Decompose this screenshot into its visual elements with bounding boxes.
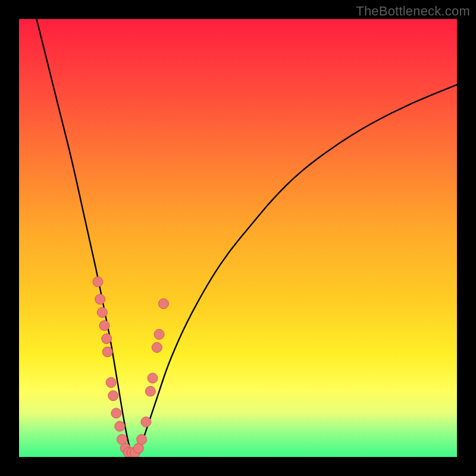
scatter-dot xyxy=(152,343,162,353)
scatter-dot xyxy=(145,386,155,396)
scatter-dot xyxy=(148,373,158,383)
scatter-dots xyxy=(93,277,168,457)
scatter-dot xyxy=(154,329,164,339)
bottleneck-curve xyxy=(36,19,457,457)
scatter-dot xyxy=(102,347,112,357)
watermark-text: TheBottleneck.com xyxy=(356,4,470,19)
scatter-dot xyxy=(95,295,105,305)
scatter-dot xyxy=(93,277,103,287)
chart-frame: TheBottleneck.com xyxy=(0,0,476,476)
scatter-dot xyxy=(111,408,121,418)
scatter-dot xyxy=(102,334,112,344)
scatter-dot xyxy=(141,417,151,427)
scatter-dot xyxy=(97,308,107,318)
scatter-dot xyxy=(137,434,147,444)
scatter-dot xyxy=(99,321,109,331)
scatter-dot xyxy=(158,299,168,309)
plot-area xyxy=(19,19,457,457)
scatter-dot xyxy=(106,377,116,387)
scatter-dot xyxy=(108,391,118,401)
chart-svg xyxy=(19,19,457,457)
scatter-dot xyxy=(115,421,125,431)
